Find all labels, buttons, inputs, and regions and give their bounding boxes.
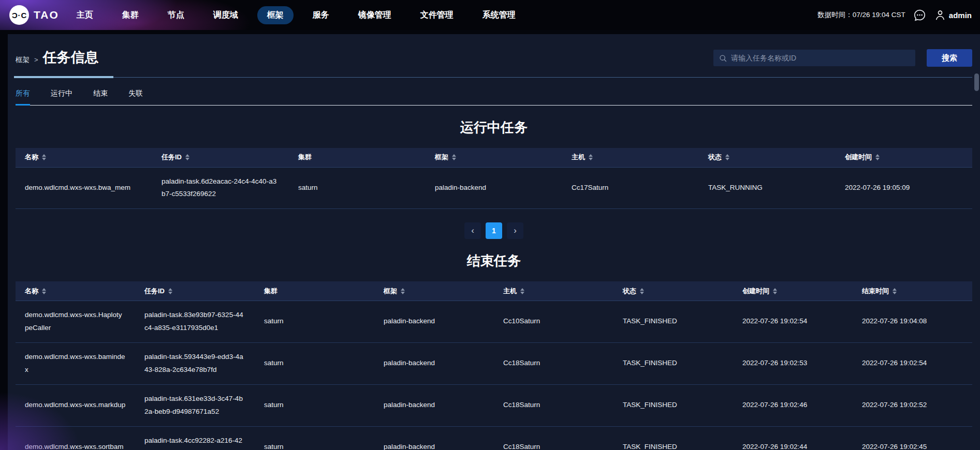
table-row[interactable]: demo.wdlcmd.wxs-wxs.bamindex paladin-tas… <box>16 342 972 384</box>
sort-icon[interactable] <box>640 288 644 294</box>
cell-created: 2022-07-26 19:02:54 <box>733 301 853 342</box>
col-header-cluster: 集群 <box>255 281 374 301</box>
nav-item-image-mgmt[interactable]: 镜像管理 <box>358 10 391 21</box>
breadcrumb-parent[interactable]: 框架 <box>16 55 30 65</box>
cell-task-id: paladin-task.83e93b97-6325-44c4-a835-e31… <box>135 301 255 342</box>
finished-tasks-title: 结束任务 <box>16 252 972 270</box>
col-header-name[interactable]: 名称 <box>16 281 135 301</box>
search-button[interactable]: 搜索 <box>927 49 972 67</box>
tab-running[interactable]: 运行中 <box>51 86 72 105</box>
table-row[interactable]: demo.wdlcmd.wxs-wxs.HaplotypeCaller pala… <box>16 301 972 342</box>
nav-item-system-mgmt[interactable]: 系统管理 <box>482 10 516 21</box>
topnav-right: 数据时间：07/26 19:04 CST admin <box>817 8 972 22</box>
scrollbar-thumb[interactable] <box>974 73 979 91</box>
sort-icon[interactable] <box>725 154 729 160</box>
running-tasks-title: 运行中任务 <box>16 118 972 137</box>
sort-icon[interactable] <box>520 288 524 294</box>
breadcrumb-separator: > <box>34 56 38 64</box>
col-header-framework[interactable]: 框架 <box>426 148 562 167</box>
title-underline <box>16 76 972 78</box>
col-header-name[interactable]: 名称 <box>16 148 152 167</box>
prev-page-button[interactable]: ‹ <box>464 222 481 239</box>
table-row[interactable]: demo.wdlcmd.wxs-wxs.sortbam paladin-task… <box>16 426 972 450</box>
breadcrumb: 框架 > 任务信息 <box>16 48 99 67</box>
search-area: 搜索 <box>713 49 972 67</box>
sort-icon[interactable] <box>773 288 777 294</box>
col-header-ended[interactable]: 结束时间 <box>853 281 972 301</box>
data-time: 数据时间：07/26 19:04 CST <box>817 10 905 20</box>
nav-item-file-mgmt[interactable]: 文件管理 <box>420 10 454 21</box>
page-1-button[interactable]: 1 <box>486 222 502 239</box>
cell-name: demo.wdlcmd.wxs-wxs.HaplotypeCaller <box>16 301 135 342</box>
running-tasks-section: 运行中任务 名称 任务ID 集群 框架 主机 状态 创建时间 demo.wdlc… <box>16 118 972 239</box>
running-table-header-row: 名称 任务ID 集群 框架 主机 状态 创建时间 <box>16 148 972 167</box>
nav-item-service[interactable]: 服务 <box>313 10 329 21</box>
cell-cluster: saturn <box>255 426 374 450</box>
cell-created: 2022-07-26 19:02:53 <box>733 342 853 384</box>
col-header-cluster: 集群 <box>289 148 426 167</box>
sort-icon[interactable] <box>42 154 46 160</box>
sort-icon[interactable] <box>875 154 880 160</box>
running-tasks-table: 名称 任务ID 集群 框架 主机 状态 创建时间 demo.wdlcmd.wxs… <box>16 148 972 209</box>
table-row[interactable]: demo.wdlcmd.wxs-wxs.bwa_mem paladin-task… <box>16 167 972 209</box>
cell-framework: paladin-backend <box>374 384 494 426</box>
col-header-created[interactable]: 创建时间 <box>836 148 972 167</box>
finished-tasks-table: 名称 任务ID 集群 框架 主机 状态 创建时间 结束时间 demo.wdlcm… <box>16 281 972 450</box>
title-underline-highlight <box>14 76 113 78</box>
sort-icon[interactable] <box>185 154 189 160</box>
sort-icon[interactable] <box>452 154 456 160</box>
user-icon <box>934 9 946 21</box>
main-nav: 主页 集群 节点 调度域 框架 服务 镜像管理 文件管理 系统管理 <box>77 6 516 24</box>
col-header-task-id[interactable]: 任务ID <box>135 281 255 301</box>
finished-tasks-section: 结束任务 名称 任务ID 集群 框架 主机 状态 创建时间 结束时间 demo.… <box>16 252 972 450</box>
tab-finished[interactable]: 结束 <box>93 86 108 105</box>
user-menu[interactable]: admin <box>934 9 972 21</box>
cell-framework: paladin-backend <box>374 342 494 384</box>
cell-cluster: saturn <box>289 167 426 209</box>
cell-status: TASK_FINISHED <box>613 342 733 384</box>
cell-cluster: saturn <box>255 301 374 342</box>
col-header-status[interactable]: 状态 <box>613 281 733 301</box>
cell-host: Cc18Saturn <box>494 426 613 450</box>
col-header-status[interactable]: 状态 <box>699 148 836 167</box>
col-header-framework[interactable]: 框架 <box>374 281 494 301</box>
cell-host: Cc10Saturn <box>494 301 613 342</box>
search-input[interactable] <box>731 54 910 62</box>
nav-item-framework[interactable]: 框架 <box>257 6 294 24</box>
app-logo[interactable]: C·C TAO <box>9 5 59 25</box>
search-icon <box>719 54 727 63</box>
username: admin <box>949 11 972 20</box>
cell-ended: 2022-07-26 19:02:45 <box>853 426 972 450</box>
cell-task-id: paladin-task.631ee33d-3c47-4b2a-beb9-d94… <box>135 384 255 426</box>
cell-ended: 2022-07-26 19:02:54 <box>853 342 972 384</box>
nav-item-schedule-domain[interactable]: 调度域 <box>213 10 238 21</box>
cell-created: 2022-07-26 19:02:44 <box>733 426 853 450</box>
sort-icon[interactable] <box>401 288 405 294</box>
cell-ended: 2022-07-26 19:02:52 <box>853 384 972 426</box>
sort-icon[interactable] <box>589 154 593 160</box>
message-icon[interactable] <box>913 8 927 22</box>
nav-item-cluster[interactable]: 集群 <box>122 10 139 21</box>
cell-status: TASK_FINISHED <box>613 384 733 426</box>
next-page-button[interactable]: › <box>507 222 523 239</box>
cell-ended: 2022-07-26 19:04:08 <box>853 301 972 342</box>
cell-host: Cc18Saturn <box>494 384 613 426</box>
cell-host: Cc17Saturn <box>562 167 699 209</box>
logo-icon: C·C <box>9 5 29 25</box>
col-header-created[interactable]: 创建时间 <box>733 281 853 301</box>
tab-lost[interactable]: 失联 <box>128 86 143 105</box>
sort-icon[interactable] <box>168 288 172 294</box>
sort-icon[interactable] <box>42 288 46 294</box>
sort-icon[interactable] <box>893 288 897 294</box>
cell-cluster: saturn <box>255 384 374 426</box>
col-header-host[interactable]: 主机 <box>562 148 699 167</box>
cell-name: demo.wdlcmd.wxs-wxs.markdup <box>16 384 135 426</box>
nav-item-home[interactable]: 主页 <box>77 10 93 21</box>
table-row[interactable]: demo.wdlcmd.wxs-wxs.markdup paladin-task… <box>16 384 972 426</box>
col-header-host[interactable]: 主机 <box>494 281 613 301</box>
cell-created: 2022-07-26 19:02:46 <box>733 384 853 426</box>
col-header-task-id[interactable]: 任务ID <box>152 148 289 167</box>
cell-task-id: paladin-task.593443e9-edd3-4a43-828a-2c6… <box>135 342 255 384</box>
tab-all[interactable]: 所有 <box>16 86 30 105</box>
nav-item-node[interactable]: 节点 <box>168 10 184 21</box>
